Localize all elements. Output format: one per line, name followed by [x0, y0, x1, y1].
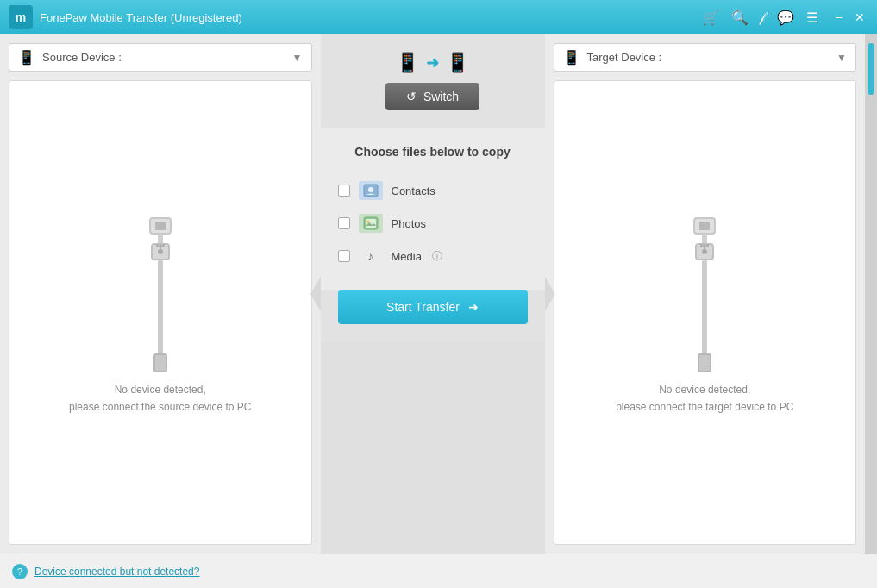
switch-button[interactable]: ↺ Switch [385, 83, 479, 110]
chat-icon[interactable]: 💬 [777, 9, 794, 26]
app-logo: m [9, 5, 33, 29]
window-controls: − ✕ [832, 9, 868, 26]
panel-arrow-right [545, 277, 555, 311]
source-device-display: No device detected, please connect the s… [9, 80, 312, 545]
target-dropdown-arrow: ▼ [836, 52, 847, 64]
transfer-arrow-icon: ➜ [426, 53, 439, 72]
svg-point-12 [368, 187, 373, 192]
photos-label: Photos [392, 217, 426, 230]
media-option[interactable]: ♪ Media ⓘ [338, 240, 528, 272]
svg-rect-10 [154, 354, 166, 372]
center-panel-wrapper: 📱 ➜ 📱 ↺ Switch Choose files below to cop… [321, 34, 545, 554]
target-usb-cable [679, 210, 730, 382]
help-icon: ? [12, 564, 28, 579]
switch-label: Switch [423, 90, 459, 103]
source-usb-cable [135, 210, 186, 382]
bottom-bar: ? Device connected but not detected? [0, 554, 877, 588]
toolbar-icons: 🛒 🔍 𝒻 💬 ☰ [702, 9, 818, 26]
target-no-device-text: No device detected, please connect the t… [616, 382, 793, 415]
search-icon[interactable]: 🔍 [731, 9, 749, 26]
app-title: FonePaw Mobile Transfer (Unregistered) [40, 11, 702, 24]
svg-rect-18 [702, 234, 707, 244]
start-transfer-arrow-icon: ➜ [468, 300, 479, 314]
contacts-checkbox[interactable] [338, 185, 350, 197]
source-device-select[interactable]: 📱 Source Device : ▼ [9, 43, 312, 72]
svg-point-20 [702, 249, 707, 254]
minimize-button[interactable]: − [832, 9, 846, 26]
svg-rect-26 [698, 354, 711, 372]
main-content: 📱 Source Device : ▼ [0, 34, 877, 554]
start-transfer-button[interactable]: Start Transfer ➜ [338, 290, 528, 324]
svg-rect-2 [158, 234, 163, 244]
contacts-option[interactable]: Contacts [338, 174, 528, 207]
transfer-direction-icons: 📱 ➜ 📱 [396, 52, 469, 74]
media-label: Media [392, 250, 422, 263]
right-accent-thumb [868, 43, 874, 95]
start-transfer-label: Start Transfer [386, 300, 460, 314]
help-link[interactable]: Device connected but not detected? [34, 566, 199, 578]
source-dropdown-arrow: ▼ [292, 52, 303, 64]
title-bar: m FonePaw Mobile Transfer (Unregistered)… [0, 0, 877, 34]
svg-rect-25 [702, 260, 707, 354]
target-device-select[interactable]: 📱 Target Device : ▼ [554, 43, 857, 72]
cart-icon[interactable]: 🛒 [702, 9, 719, 26]
menu-icon[interactable]: ☰ [806, 9, 818, 26]
right-accent-bar [865, 34, 877, 554]
files-section: Choose files below to copy Contacts [321, 128, 545, 290]
svg-rect-17 [699, 222, 710, 230]
photos-option[interactable]: Photos [338, 207, 528, 240]
target-panel: 📱 Target Device : ▼ No device detected, [545, 34, 866, 554]
target-device-label: Target Device : [587, 51, 837, 64]
panel-arrow-left [310, 277, 321, 311]
target-device-display: No device detected, please connect the t… [554, 80, 857, 545]
target-phone-icon: 📱 [446, 52, 469, 74]
source-phone-icon: 📱 [396, 52, 419, 74]
media-info-icon[interactable]: ⓘ [432, 249, 442, 264]
svg-rect-14 [366, 219, 376, 228]
source-device-label: Source Device : [42, 51, 292, 64]
source-panel: 📱 Source Device : ▼ [0, 34, 321, 554]
close-button[interactable]: ✕ [851, 9, 868, 26]
contacts-icon [359, 181, 383, 200]
choose-files-title: Choose files below to copy [338, 145, 528, 159]
phone-icon-right: 📱 [563, 49, 580, 66]
media-checkbox[interactable] [338, 250, 350, 262]
phone-icon-left: 📱 [18, 49, 35, 66]
svg-rect-9 [158, 260, 163, 354]
svg-rect-1 [155, 222, 166, 230]
contacts-label: Contacts [392, 185, 435, 197]
center-panel: 📱 ➜ 📱 ↺ Switch Choose files below to cop… [321, 34, 545, 341]
photos-checkbox[interactable] [338, 217, 350, 229]
media-icon: ♪ [359, 247, 383, 266]
refresh-icon: ↺ [406, 90, 417, 103]
svg-point-4 [158, 249, 163, 254]
facebook-icon[interactable]: 𝒻 [761, 9, 765, 25]
photos-icon [359, 214, 383, 233]
source-no-device-text: No device detected, please connect the s… [69, 382, 251, 415]
